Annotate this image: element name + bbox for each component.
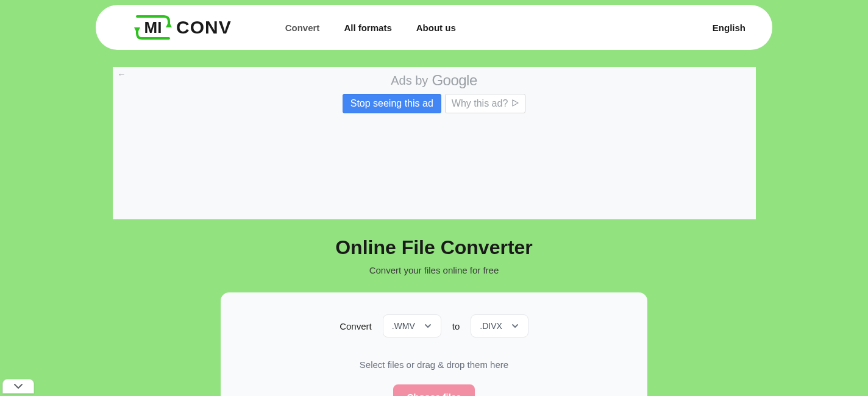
page-title: Online File Converter [0, 236, 868, 259]
ad-back-arrow-icon[interactable]: ← [118, 69, 126, 79]
svg-text:MI: MI [144, 18, 162, 37]
adchoices-icon [511, 98, 519, 109]
format-selectors: Convert .WMV to .DIVX [233, 314, 635, 338]
nav-all-formats[interactable]: All formats [344, 23, 391, 33]
choose-files-button[interactable]: Choose files [393, 384, 474, 396]
to-format-select[interactable]: .DIVX [471, 314, 528, 338]
ad-attribution: Ads by Google [113, 72, 756, 89]
from-format-value: .WMV [392, 321, 415, 331]
drop-instructions: Select files or drag & drop them here [233, 359, 635, 370]
collapse-widget[interactable] [2, 379, 34, 394]
why-ad-button[interactable]: Why this ad? [445, 94, 525, 113]
site-header: MI CONV Convert All formats About us Eng… [96, 5, 772, 50]
chevron-down-icon [424, 322, 432, 330]
from-format-select[interactable]: .WMV [383, 314, 441, 338]
logo-mi-icon: MI [132, 13, 175, 42]
main-nav: Convert All formats About us [285, 23, 456, 33]
stop-ad-button[interactable]: Stop seeing this ad [343, 94, 441, 113]
ad-controls: Stop seeing this ad Why this ad? [113, 94, 756, 113]
chevron-down-icon [511, 322, 519, 330]
google-logo: Google [432, 72, 477, 89]
ad-label: Ads by [391, 74, 428, 88]
to-format-value: .DIVX [480, 321, 502, 331]
to-label: to [452, 321, 460, 331]
converter-card: Convert .WMV to .DIVX Select files or dr… [221, 292, 647, 396]
logo-conv-text: CONV [176, 17, 232, 38]
nav-about[interactable]: About us [416, 23, 456, 33]
chevron-down-icon [13, 383, 23, 389]
why-ad-label: Why this ad? [452, 98, 508, 109]
nav-convert[interactable]: Convert [285, 23, 320, 33]
convert-label: Convert [340, 321, 372, 331]
ad-container: ← Ads by Google Stop seeing this ad Why … [113, 67, 756, 219]
page-headline: Online File Converter Convert your files… [0, 236, 868, 275]
page-subtitle: Convert your files online for free [0, 265, 868, 275]
language-selector[interactable]: English [713, 23, 745, 33]
logo[interactable]: MI CONV [132, 13, 232, 42]
